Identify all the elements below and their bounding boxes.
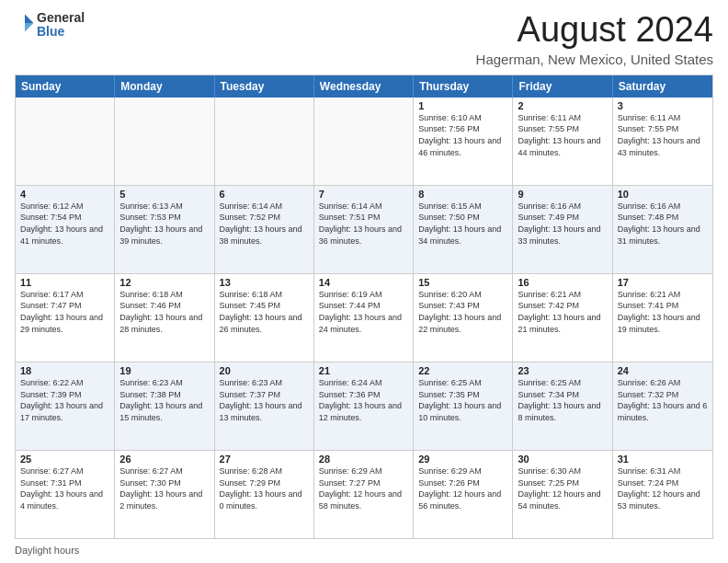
day-number: 31 <box>618 454 708 465</box>
day-number: 10 <box>618 189 708 200</box>
day-number: 20 <box>220 365 309 376</box>
cell-info: Sunrise: 6:25 AMSunset: 7:35 PMDaylight:… <box>418 377 507 423</box>
cell-info: Sunrise: 6:27 AMSunset: 7:30 PMDaylight:… <box>119 465 209 511</box>
footer: Daylight hours <box>15 545 713 556</box>
cell-info: Sunrise: 6:31 AMSunset: 7:24 PMDaylight:… <box>618 465 708 511</box>
day-cell-14: 14Sunrise: 6:19 AMSunset: 7:44 PMDayligh… <box>314 274 414 362</box>
cell-info: Sunrise: 6:26 AMSunset: 7:32 PMDaylight:… <box>618 377 708 423</box>
cell-info: Sunrise: 6:29 AMSunset: 7:26 PMDaylight:… <box>418 465 507 511</box>
day-cell-28: 28Sunrise: 6:29 AMSunset: 7:27 PMDayligh… <box>314 451 414 538</box>
location: Hagerman, New Mexico, United States <box>476 52 713 67</box>
logo-general: General <box>37 11 85 25</box>
day-cell-23: 23Sunrise: 6:25 AMSunset: 7:34 PMDayligh… <box>513 362 612 450</box>
header-day-wednesday: Wednesday <box>314 75 414 98</box>
day-number: 21 <box>319 365 408 376</box>
day-number: 28 <box>319 454 408 465</box>
day-cell-7: 7Sunrise: 6:14 AMSunset: 7:51 PMDaylight… <box>314 186 414 273</box>
cell-info: Sunrise: 6:18 AMSunset: 7:45 PMDaylight:… <box>220 289 309 335</box>
day-cell-6: 6Sunrise: 6:14 AMSunset: 7:52 PMDaylight… <box>215 186 314 273</box>
day-number: 1 <box>418 100 507 111</box>
day-number: 29 <box>418 454 507 465</box>
header: General Blue August 2024 Hagerman, New M… <box>15 11 713 67</box>
calendar-row-4: 18Sunrise: 6:22 AMSunset: 7:39 PMDayligh… <box>16 362 712 451</box>
day-number: 18 <box>20 365 109 376</box>
header-day-tuesday: Tuesday <box>215 75 314 98</box>
header-day-saturday: Saturday <box>613 75 712 98</box>
day-cell-22: 22Sunrise: 6:25 AMSunset: 7:35 PMDayligh… <box>414 362 513 450</box>
calendar-row-3: 11Sunrise: 6:17 AMSunset: 7:47 PMDayligh… <box>16 274 712 362</box>
cell-info: Sunrise: 6:22 AMSunset: 7:39 PMDaylight:… <box>20 377 109 423</box>
cell-info: Sunrise: 6:30 AMSunset: 7:25 PMDaylight:… <box>518 465 607 511</box>
logo-blue: Blue <box>37 25 85 39</box>
day-cell-13: 13Sunrise: 6:18 AMSunset: 7:45 PMDayligh… <box>215 274 314 362</box>
day-cell-30: 30Sunrise: 6:30 AMSunset: 7:25 PMDayligh… <box>513 451 612 538</box>
day-number: 16 <box>518 277 607 288</box>
day-cell-27: 27Sunrise: 6:28 AMSunset: 7:29 PMDayligh… <box>215 451 314 538</box>
cell-info: Sunrise: 6:19 AMSunset: 7:44 PMDaylight:… <box>319 289 408 335</box>
day-cell-21: 21Sunrise: 6:24 AMSunset: 7:36 PMDayligh… <box>314 362 414 450</box>
header-day-sunday: Sunday <box>16 75 115 98</box>
day-cell-16: 16Sunrise: 6:21 AMSunset: 7:42 PMDayligh… <box>513 274 612 362</box>
calendar-row-5: 25Sunrise: 6:27 AMSunset: 7:31 PMDayligh… <box>16 451 712 538</box>
cell-info: Sunrise: 6:10 AMSunset: 7:56 PMDaylight:… <box>418 112 507 158</box>
cell-info: Sunrise: 6:24 AMSunset: 7:36 PMDaylight:… <box>319 377 408 423</box>
day-cell-19: 19Sunrise: 6:23 AMSunset: 7:38 PMDayligh… <box>115 362 214 450</box>
day-cell-31: 31Sunrise: 6:31 AMSunset: 7:24 PMDayligh… <box>613 451 712 538</box>
day-cell-8: 8Sunrise: 6:15 AMSunset: 7:50 PMDaylight… <box>414 186 513 273</box>
day-number: 6 <box>220 189 309 200</box>
day-number: 22 <box>418 365 507 376</box>
day-number: 11 <box>20 277 109 288</box>
day-cell-20: 20Sunrise: 6:23 AMSunset: 7:37 PMDayligh… <box>215 362 314 450</box>
cell-info: Sunrise: 6:13 AMSunset: 7:53 PMDaylight:… <box>119 201 209 247</box>
cell-info: Sunrise: 6:27 AMSunset: 7:31 PMDaylight:… <box>20 465 109 511</box>
day-cell-2: 2Sunrise: 6:11 AMSunset: 7:55 PMDaylight… <box>513 98 612 185</box>
day-number: 25 <box>20 454 109 465</box>
day-cell-9: 9Sunrise: 6:16 AMSunset: 7:49 PMDaylight… <box>513 186 612 273</box>
cell-info: Sunrise: 6:18 AMSunset: 7:46 PMDaylight:… <box>119 289 209 335</box>
calendar-row-1: 1Sunrise: 6:10 AMSunset: 7:56 PMDaylight… <box>16 98 712 186</box>
cell-info: Sunrise: 6:29 AMSunset: 7:27 PMDaylight:… <box>319 465 408 511</box>
cell-info: Sunrise: 6:12 AMSunset: 7:54 PMDaylight:… <box>20 201 109 247</box>
day-number: 5 <box>119 189 209 200</box>
day-number: 14 <box>319 277 408 288</box>
day-number: 8 <box>418 189 507 200</box>
calendar: SundayMondayTuesdayWednesdayThursdayFrid… <box>15 75 713 539</box>
logo: General Blue <box>15 11 85 40</box>
day-cell-25: 25Sunrise: 6:27 AMSunset: 7:31 PMDayligh… <box>16 451 115 538</box>
day-number: 3 <box>618 100 708 111</box>
day-cell-17: 17Sunrise: 6:21 AMSunset: 7:41 PMDayligh… <box>613 274 712 362</box>
day-cell-15: 15Sunrise: 6:20 AMSunset: 7:43 PMDayligh… <box>414 274 513 362</box>
cell-info: Sunrise: 6:11 AMSunset: 7:55 PMDaylight:… <box>518 112 607 158</box>
day-cell-1: 1Sunrise: 6:10 AMSunset: 7:56 PMDaylight… <box>414 98 513 185</box>
logo-text: General Blue <box>37 11 85 40</box>
cell-info: Sunrise: 6:16 AMSunset: 7:48 PMDaylight:… <box>618 201 708 247</box>
cell-info: Sunrise: 6:14 AMSunset: 7:52 PMDaylight:… <box>220 201 309 247</box>
day-number: 24 <box>618 365 708 376</box>
empty-cell <box>115 98 214 185</box>
cell-info: Sunrise: 6:21 AMSunset: 7:41 PMDaylight:… <box>618 289 708 335</box>
day-number: 26 <box>119 454 209 465</box>
cell-info: Sunrise: 6:28 AMSunset: 7:29 PMDaylight:… <box>220 465 309 511</box>
page: General Blue August 2024 Hagerman, New M… <box>0 0 728 563</box>
header-day-thursday: Thursday <box>414 75 513 98</box>
day-number: 9 <box>518 189 607 200</box>
day-cell-11: 11Sunrise: 6:17 AMSunset: 7:47 PMDayligh… <box>16 274 115 362</box>
calendar-body: 1Sunrise: 6:10 AMSunset: 7:56 PMDaylight… <box>16 98 712 538</box>
month-title: August 2024 <box>476 11 713 50</box>
day-number: 12 <box>119 277 209 288</box>
cell-info: Sunrise: 6:15 AMSunset: 7:50 PMDaylight:… <box>418 201 507 247</box>
empty-cell <box>16 98 115 185</box>
day-number: 2 <box>518 100 607 111</box>
svg-marker-0 <box>25 15 33 23</box>
cell-info: Sunrise: 6:25 AMSunset: 7:34 PMDaylight:… <box>518 377 607 423</box>
day-number: 13 <box>220 277 309 288</box>
day-cell-10: 10Sunrise: 6:16 AMSunset: 7:48 PMDayligh… <box>613 186 712 273</box>
day-number: 23 <box>518 365 607 376</box>
cell-info: Sunrise: 6:20 AMSunset: 7:43 PMDaylight:… <box>418 289 507 335</box>
cell-info: Sunrise: 6:17 AMSunset: 7:47 PMDaylight:… <box>20 289 109 335</box>
day-cell-18: 18Sunrise: 6:22 AMSunset: 7:39 PMDayligh… <box>16 362 115 450</box>
title-area: August 2024 Hagerman, New Mexico, United… <box>476 11 713 67</box>
day-number: 17 <box>618 277 708 288</box>
cell-info: Sunrise: 6:16 AMSunset: 7:49 PMDaylight:… <box>518 201 607 247</box>
day-number: 27 <box>220 454 309 465</box>
